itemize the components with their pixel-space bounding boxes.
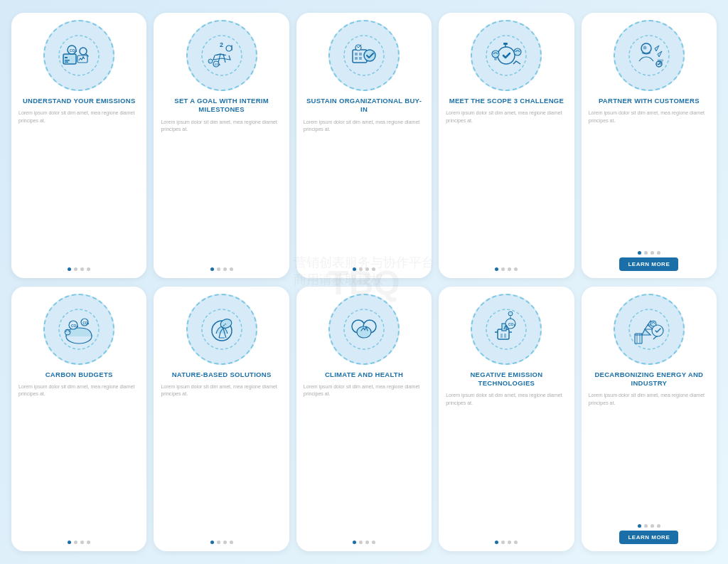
dot <box>365 541 369 544</box>
card-body-set-goal: Lorem ipsum dolor sit dim amet, mea regi… <box>161 119 282 263</box>
card-dots-4 <box>495 267 518 271</box>
card-decarbonizing: DECARBONIZING ENERGY AND INDUSTRY Lorem … <box>582 287 717 552</box>
dot <box>495 541 498 544</box>
dot <box>230 541 233 544</box>
card-title-understand-emissions: UNDERSTAND YOUR EMISSIONS <box>23 97 136 105</box>
icon-nature-solutions <box>186 294 257 365</box>
dot <box>514 267 518 271</box>
card-dots-8 <box>353 541 375 544</box>
svg-point-28 <box>492 50 499 58</box>
dot <box>514 541 518 544</box>
icon-climate-health <box>328 294 400 365</box>
svg-text:CO₂: CO₂ <box>71 324 78 328</box>
dot <box>508 541 511 544</box>
svg-text:CO₂: CO₂ <box>83 321 90 325</box>
dot <box>353 541 356 544</box>
card-title-decarbonizing: DECARBONIZING ENERGY AND INDUSTRY <box>589 371 710 388</box>
card-body-partner-customers: Lorem ipsum dolor sit dim amet, mea regi… <box>589 110 710 246</box>
svg-point-30 <box>514 48 521 55</box>
dot <box>223 541 227 544</box>
svg-rect-2 <box>65 57 68 58</box>
svg-rect-56 <box>504 334 506 338</box>
svg-rect-20 <box>359 53 362 55</box>
dot <box>353 267 356 271</box>
card-sustain-buyin: SUSTAIN ORGANIZATIONAL BUY-IN Lorem ipsu… <box>296 13 432 278</box>
svg-text:CO₂: CO₂ <box>508 322 515 326</box>
card-dots-1 <box>68 267 90 271</box>
dot <box>74 541 77 544</box>
svg-point-60 <box>651 321 656 326</box>
card-scope3: MEET THE SCOPE 3 CHALLENGE Lorem ipsum d… <box>439 13 574 278</box>
svg-text:CO₂: CO₂ <box>215 63 220 66</box>
card-body-understand-emissions: Lorem ipsum dolor sit dim amet, mea regi… <box>18 110 139 262</box>
row-2: CO₂ CO₂ CARBON BUDGETS Lorem ipsum dolor… <box>11 287 717 552</box>
card-partner-customers: PARTNER WITH CUSTOMERS Lorem ipsum dolor… <box>582 13 717 278</box>
svg-text:CO₂: CO₂ <box>70 48 77 53</box>
dot <box>638 524 641 528</box>
card-title-carbon-budgets: CARBON BUDGETS <box>46 371 113 379</box>
svg-rect-4 <box>65 62 68 63</box>
dot <box>87 267 90 271</box>
card-dots-9 <box>495 541 518 544</box>
icon-decarbonizing <box>614 294 685 365</box>
svg-rect-3 <box>65 60 70 61</box>
dot <box>657 524 660 528</box>
card-title-sustain-buyin: SUSTAIN ORGANIZATIONAL BUY-IN <box>304 97 424 115</box>
dot <box>68 267 71 271</box>
dot <box>74 267 77 271</box>
card-body-nature-solutions: Lorem ipsum dolor sit dim amet, mea regi… <box>161 383 282 536</box>
learn-more-button-1[interactable]: LEARN MORE <box>619 257 678 271</box>
icon-set-goal: 2 CO₂ i <box>186 20 257 91</box>
dot <box>644 524 648 528</box>
card-dots-10 <box>638 524 660 528</box>
card-body-carbon-budgets: Lorem ipsum dolor sit dim amet, mea regi… <box>18 383 139 536</box>
card-nature-solutions: NATURE-BASED SOLUTIONS Lorem ipsum dolor… <box>154 287 289 552</box>
card-body-climate-health: Lorem ipsum dolor sit dim amet, mea regi… <box>304 383 424 536</box>
card-body-decarbonizing: Lorem ipsum dolor sit dim amet, mea regi… <box>589 392 710 520</box>
card-body-sustain-buyin: Lorem ipsum dolor sit dim amet, mea regi… <box>304 119 424 263</box>
svg-point-33 <box>643 46 646 50</box>
dot <box>217 541 220 544</box>
card-title-set-goal: SET A GOAL WITH INTERIM MILESTONES <box>161 97 282 115</box>
icon-understand-emissions: CO₂ <box>43 20 114 91</box>
dot <box>508 267 511 271</box>
dot <box>365 267 369 271</box>
dot <box>87 541 90 544</box>
dot <box>359 541 363 544</box>
card-negative-emission: CO₂ NEGATIVE EMISSION TECHNOLOGIES Lorem… <box>439 287 574 552</box>
dot <box>210 541 214 544</box>
card-set-goal: 2 CO₂ i SET A GOAL WITH INTERIM MILESTON… <box>154 13 289 278</box>
svg-point-23 <box>364 50 375 61</box>
dot <box>80 267 84 271</box>
svg-rect-21 <box>355 57 358 60</box>
dot <box>80 541 84 544</box>
svg-rect-55 <box>500 334 503 338</box>
icon-partner-customers <box>614 20 685 91</box>
dot <box>501 267 505 271</box>
dot <box>501 541 505 544</box>
card-title-partner-customers: PARTNER WITH CUSTOMERS <box>599 97 700 105</box>
card-title-nature-solutions: NATURE-BASED SOLUTIONS <box>172 371 272 379</box>
svg-point-29 <box>494 58 497 60</box>
icon-sustain-buyin <box>328 20 400 91</box>
dot <box>372 541 375 544</box>
svg-point-54 <box>508 312 513 316</box>
card-dots-7 <box>210 541 233 544</box>
card-title-scope3: MEET THE SCOPE 3 CHALLENGE <box>449 97 564 105</box>
icon-carbon-budgets: CO₂ CO₂ <box>43 294 114 365</box>
learn-more-button-2[interactable]: LEARN MORE <box>619 531 678 544</box>
svg-point-14 <box>226 46 232 51</box>
row-1: CO₂ UNDERSTAND YOUR EMISSIONS Lorem ipsu… <box>11 13 717 278</box>
card-dots-3 <box>353 267 375 271</box>
icon-negative-emission: CO₂ <box>471 294 542 365</box>
dot <box>644 251 648 255</box>
dot <box>217 267 220 271</box>
card-carbon-budgets: CO₂ CO₂ CARBON BUDGETS Lorem ipsum dolor… <box>11 287 146 552</box>
svg-point-26 <box>498 47 515 64</box>
icon-scope3 <box>471 20 542 91</box>
dot <box>230 267 233 271</box>
dot <box>359 267 363 271</box>
main-container: TBQ 营销创表服务与协作平台商用请获取授权 CO₂ <box>0 0 728 564</box>
card-dots-2 <box>210 267 233 271</box>
card-understand-emissions: CO₂ UNDERSTAND YOUR EMISSIONS Lorem ipsu… <box>11 13 146 278</box>
